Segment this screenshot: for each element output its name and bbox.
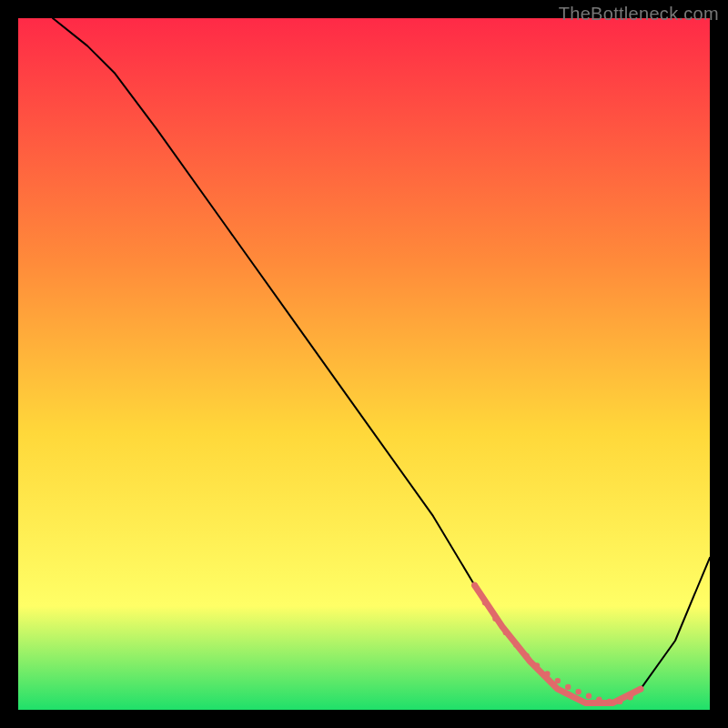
highlight-dot [471, 582, 477, 588]
highlight-dot [607, 699, 612, 704]
highlight-dot [617, 699, 622, 704]
chart-svg [18, 18, 710, 710]
watermark-text: TheBottleneck.com [559, 4, 719, 25]
highlight-dot [523, 653, 529, 659]
chart-stage: TheBottleneck.com [0, 0, 728, 728]
highlight-dot [586, 693, 592, 699]
chart-plot-area [18, 18, 710, 710]
highlight-dot [513, 642, 519, 647]
highlight-dot [503, 630, 509, 635]
highlight-dot [596, 696, 602, 702]
highlight-dot [544, 671, 550, 676]
highlight-dot [555, 678, 561, 683]
highlight-dot [482, 600, 488, 605]
highlight-dot [492, 615, 498, 621]
highlight-dot [534, 662, 540, 668]
highlight-dot [638, 686, 643, 692]
gradient-background [18, 18, 710, 710]
highlight-dot [565, 684, 571, 690]
highlight-dot [575, 689, 581, 694]
highlight-dot [627, 694, 632, 700]
